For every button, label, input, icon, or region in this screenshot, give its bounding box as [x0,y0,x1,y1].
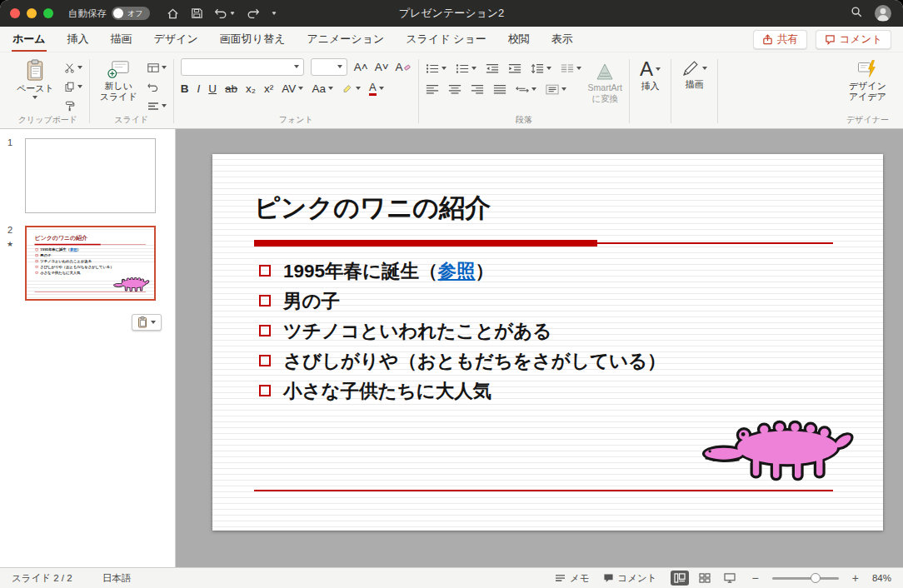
decrease-indent-button[interactable] [486,62,499,75]
insert-group: A 挿入 [630,56,671,128]
zoom-out-button[interactable]: − [752,571,759,585]
font-group: A˄ A˅ A B I U ab x₂ x² AV Aa [174,56,418,128]
reset-slide-button[interactable] [147,80,167,93]
numbered-list-button[interactable] [456,62,476,75]
justify-button[interactable] [493,82,506,96]
bold-button[interactable]: B [181,82,189,95]
highlight-color-button[interactable] [342,82,361,95]
character-spacing-button[interactable]: AV [282,82,303,95]
reset-slide-icon [147,82,158,92]
account-avatar[interactable] [875,5,891,22]
slide-2-thumbnail[interactable]: ピンクのワニの紹介 1995年春に誕生（参照） 男の子 ツチノコといわれたことが… [25,226,156,301]
mini-bullet: 小さな子供たちに大人気 [36,270,114,276]
section-button[interactable] [147,99,167,112]
checkbox-bullet-icon [259,325,271,336]
slide-title[interactable]: ピンクのワニの紹介 [254,191,491,226]
zoom-slider-knob[interactable] [811,573,821,583]
change-case-button[interactable]: Aa [312,82,333,95]
slide-2-thumbnail-content: ピンクのワニの紹介 1995年春に誕生（参照） 男の子 ツチノコといわれたことが… [27,227,156,300]
zoom-slider[interactable] [772,577,839,580]
strikethrough-button[interactable]: ab [225,82,237,95]
columns-button[interactable] [561,62,581,75]
text-box-icon: A [640,59,653,79]
slide-surface[interactable]: ピンクのワニの紹介 1995年春に誕生（参照） 男の子 [212,154,883,531]
minimize-window-button[interactable] [27,8,37,18]
zoom-level[interactable]: 84% [872,573,891,583]
clear-formatting-button[interactable]: A [396,61,412,73]
copy-button[interactable] [64,80,82,93]
bullet-item[interactable]: 1995年春に誕生（参照） [259,256,666,286]
italic-button[interactable]: I [197,82,201,95]
text-direction-button[interactable] [516,82,536,96]
font-color-button[interactable]: A [369,82,384,95]
checkbox-bullet-icon [259,295,271,306]
underline-button[interactable]: U [208,82,217,95]
design-ideas-button[interactable]: デザインアイデア [846,56,890,103]
home-icon[interactable] [167,7,179,20]
powerpoint-window: 自動保存 オフ プレゼンテーション2 [0,0,903,588]
tab-transitions[interactable]: 画面切り替え [219,27,287,52]
format-painter-button[interactable] [64,99,82,112]
paste-options-button[interactable] [132,314,162,331]
zoom-window-button[interactable] [43,8,53,18]
bullet-list-button[interactable] [426,62,447,75]
slide-1-thumbnail[interactable] [25,138,156,213]
bullet-item[interactable]: 小さな子供たちに大人気 [259,376,666,406]
paragraph-group: SmartArt に変換 段落 [419,56,629,128]
slide-sorter-view-button[interactable] [696,571,714,586]
tab-design[interactable]: デザイン [153,27,199,52]
line-spacing-button[interactable] [531,62,551,75]
close-window-button[interactable] [10,8,20,18]
language-indicator[interactable]: 日本語 [102,572,132,585]
reference-link[interactable]: 参照 [438,258,476,284]
search-icon[interactable] [851,6,863,22]
eraser-icon [404,63,412,71]
share-button[interactable]: 共有 [753,30,807,49]
autosave-toggle-knob [113,8,123,18]
bullet-item[interactable]: さびしがりや（おともだちをさがしている） [259,346,666,376]
toolbar-options-icon[interactable] [272,12,277,15]
tab-draw[interactable]: 描画 [110,27,133,52]
align-text-button[interactable] [546,82,566,96]
tab-review[interactable]: 校閲 [507,27,531,52]
align-right-button[interactable] [471,82,484,96]
statusbar-comments-button[interactable]: コメント [603,572,657,585]
slideshow-view-button[interactable] [721,571,739,586]
save-icon[interactable] [191,7,202,19]
normal-view-button[interactable] [671,571,689,586]
insert-button[interactable]: A 挿入 [636,56,664,93]
autosave-toggle[interactable]: オフ [112,7,150,20]
subscript-button[interactable]: x₂ [246,82,256,95]
shrink-font-button[interactable]: A˅ [375,61,389,73]
tab-animations[interactable]: アニメーション [306,27,385,52]
bullet-item[interactable]: ツチノコといわれたことがある [259,316,666,346]
font-size-select[interactable] [311,58,347,76]
tab-insert[interactable]: 挿入 [67,27,90,52]
paste-button[interactable]: ペースト [13,56,57,101]
tab-slideshow[interactable]: スライド ショー [405,27,486,52]
slide-editing-canvas[interactable]: ピンクのワニの紹介 1995年春に誕生（参照） 男の子 [176,129,903,567]
draw-button[interactable]: 描画 [678,56,711,92]
font-name-select[interactable] [181,58,304,76]
undo-button[interactable] [214,7,235,19]
zoom-in-button[interactable]: + [852,571,859,585]
redo-button[interactable] [247,7,260,19]
grow-font-button[interactable]: A˄ [354,61,368,73]
notes-button[interactable]: メモ [555,572,590,585]
align-left-button[interactable] [426,82,439,96]
tab-view[interactable]: 表示 [551,27,574,52]
align-center-button[interactable] [448,82,461,96]
new-slide-button[interactable]: 新しいスライド [97,56,141,103]
superscript-button[interactable]: x² [264,82,273,95]
mini-bullet: さびしがりや（おともだちをさがしている） [36,264,114,270]
bullet-item[interactable]: 男の子 [259,286,666,316]
slide-layout-button[interactable] [147,61,167,74]
slide-1-number: 1 [7,137,12,147]
increase-indent-button[interactable] [508,62,521,75]
comments-button[interactable]: コメント [816,30,891,49]
convert-to-smartart-button[interactable]: SmartArt に変換 [588,56,622,103]
crocodile-drawing[interactable] [701,406,856,483]
tab-home[interactable]: ホーム [12,27,47,52]
cut-button[interactable] [64,61,82,74]
autosave-control: 自動保存 オフ [68,7,150,20]
